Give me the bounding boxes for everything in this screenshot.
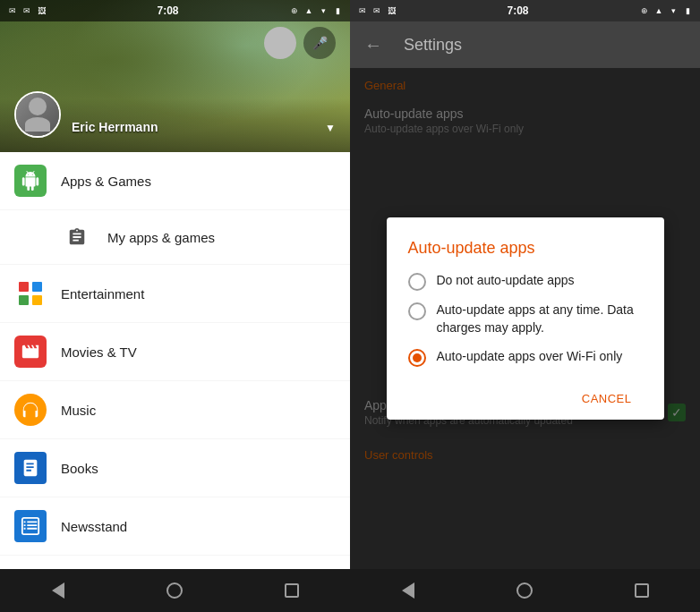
left-panel: ✉ ✉ 🖼 7:08 ⊕ ▲ ▾ ▮ 🎤 Eric Herrmann ▼ [0, 0, 350, 612]
signal-right-icon: ▲ [653, 6, 664, 15]
movies-tv-label: Movies & TV [61, 344, 137, 360]
sidebar-item-my-account[interactable]: My account [0, 556, 350, 569]
dialog-actions: CANCEL [408, 378, 643, 412]
my-apps-label: My apps & games [107, 230, 215, 245]
settings-header: ← Settings [350, 21, 700, 68]
bluetooth-right-icon: ⊕ [639, 6, 650, 15]
avatar[interactable] [14, 91, 61, 138]
envelope-right-icon: ✉ [357, 6, 368, 15]
recents-button-left[interactable] [278, 577, 305, 604]
settings-content: General Auto-update apps Auto-update app… [350, 68, 700, 569]
home-circle-right-icon [516, 582, 533, 599]
back-triangle-icon [52, 582, 64, 599]
profile-header: 🎤 Eric Herrmann ▼ [0, 0, 350, 152]
svg-rect-2 [19, 295, 29, 305]
newsstand-label: Newsstand [61, 519, 127, 534]
grid-icon [14, 277, 47, 310]
sidebar-item-newsstand[interactable]: Newsstand [0, 497, 350, 556]
svg-rect-1 [32, 282, 42, 292]
right-status-icons-left: ⊕ ▲ ▾ ▮ [289, 6, 343, 15]
recents-button-right[interactable] [628, 577, 655, 604]
photo-icon: 🖼 [36, 6, 47, 15]
avatar-head [29, 98, 47, 115]
home-circle-icon [166, 582, 183, 599]
svg-rect-0 [19, 282, 29, 292]
cancel-button[interactable]: CANCEL [571, 385, 643, 412]
wifi-icon: ▾ [318, 6, 329, 15]
radio-circle-wifi-only [408, 349, 426, 367]
dialog-title: Auto-update apps [408, 239, 643, 258]
status-bar-left: ✉ ✉ 🖼 7:08 ⊕ ▲ ▾ ▮ [0, 0, 350, 21]
dropdown-arrow-icon[interactable]: ▼ [325, 122, 336, 134]
radio-label-any-time: Auto-update apps at any time. Data charg… [437, 302, 643, 336]
apps-games-label: Apps & Games [61, 174, 151, 189]
film-icon [14, 336, 47, 368]
auto-update-dialog: Auto-update apps Do not auto-update apps… [387, 217, 664, 419]
signal-icon: ▲ [303, 6, 314, 15]
dialog-overlay[interactable]: Auto-update apps Do not auto-update apps… [350, 68, 700, 569]
bottom-bar-left [0, 569, 350, 612]
home-button-right[interactable] [511, 577, 538, 604]
battery-icon: ▮ [332, 6, 343, 15]
svg-rect-3 [32, 295, 42, 305]
envelope2-icon: ✉ [21, 6, 32, 15]
music-label: Music [61, 403, 96, 418]
right-panel: ✉ ✉ 🖼 7:08 ⊕ ▲ ▾ ▮ ← Settings General Au… [350, 0, 700, 612]
news-icon [14, 510, 47, 542]
books-label: Books [61, 461, 98, 476]
radio-option-wifi-only[interactable]: Auto-update apps over Wi-Fi only [408, 348, 643, 367]
sidebar-item-music[interactable]: Music [0, 381, 350, 439]
status-icons-left: ✉ ✉ 🖼 [7, 6, 47, 15]
settings-title: Settings [404, 36, 462, 55]
battery-right-icon: ▮ [682, 6, 693, 15]
recents-square-icon [285, 583, 299, 598]
sidebar-item-my-apps[interactable]: My apps & games [0, 210, 350, 265]
wifi-right-icon: ▾ [668, 6, 679, 15]
book-icon [14, 452, 47, 484]
bluetooth-icon: ⊕ [289, 6, 300, 15]
right-status-icons-right: ⊕ ▲ ▾ ▮ [639, 6, 693, 15]
back-button-left[interactable] [45, 577, 72, 604]
nav-menu: Apps & Games My apps & games Entertai [0, 152, 350, 569]
sidebar-item-entertainment[interactable]: Entertainment [0, 265, 350, 323]
avatar-image [16, 93, 59, 136]
radio-circle-no-auto [408, 273, 426, 291]
radio-option-no-auto[interactable]: Do not auto-update apps [408, 272, 643, 291]
entertainment-label: Entertainment [61, 286, 144, 302]
back-triangle-right-icon [402, 582, 414, 599]
back-button-right[interactable] [395, 577, 422, 604]
status-bar-right: ✉ ✉ 🖼 7:08 ⊕ ▲ ▾ ▮ [350, 0, 700, 21]
time-right: 7:08 [507, 4, 528, 17]
status-icons-right: ✉ ✉ 🖼 [357, 6, 397, 15]
radio-circle-any-time [408, 302, 426, 320]
recents-square-right-icon [635, 583, 649, 598]
secondary-avatar [264, 27, 296, 59]
android-icon [14, 165, 47, 197]
headphones-icon [14, 394, 47, 426]
clipboard-icon [61, 221, 93, 253]
radio-dot-wifi-only [413, 353, 422, 362]
avatar-body [25, 117, 50, 132]
back-arrow-icon[interactable]: ← [364, 35, 382, 55]
sidebar-item-apps-games[interactable]: Apps & Games [0, 152, 350, 210]
envelope-icon: ✉ [7, 6, 18, 15]
radio-label-wifi-only: Auto-update apps over Wi-Fi only [437, 348, 623, 366]
radio-option-any-time[interactable]: Auto-update apps at any time. Data charg… [408, 302, 643, 336]
home-button-left[interactable] [161, 577, 188, 604]
sidebar-item-books[interactable]: Books [0, 439, 350, 497]
photo-right-icon: 🖼 [386, 6, 397, 15]
bottom-bar-right [350, 569, 700, 612]
radio-label-no-auto: Do not auto-update apps [437, 272, 575, 290]
envelope2-right-icon: ✉ [371, 6, 382, 15]
sidebar-item-movies-tv[interactable]: Movies & TV [0, 323, 350, 381]
time-left: 7:08 [157, 4, 178, 17]
mic-button[interactable]: 🎤 [303, 27, 336, 59]
user-name: Eric Herrmann [72, 120, 158, 134]
